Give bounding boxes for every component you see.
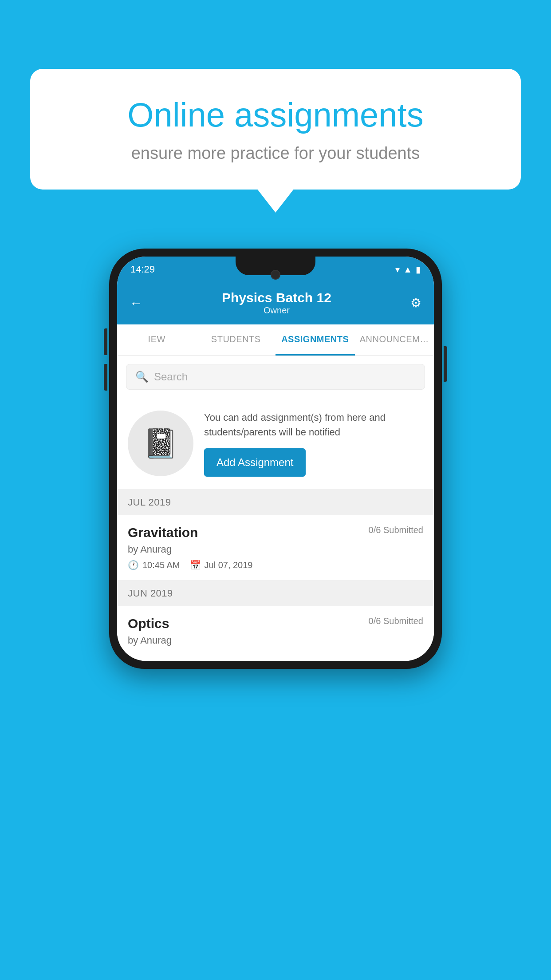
phone-screen: 14:29 ▾ ▲ ▮ ← Physics Batch 12 Owner ⚙ I… <box>117 257 434 661</box>
speech-bubble-title: Online assignments <box>61 95 490 134</box>
status-icons: ▾ ▲ ▮ <box>395 264 421 275</box>
assignment-item-gravitation[interactable]: Gravitation 0/6 Submitted by Anurag 🕐 10… <box>117 515 434 581</box>
assignment-time: 🕐 10:45 AM <box>128 560 180 570</box>
assignment-by: by Anurag <box>128 544 423 555</box>
section-header-jun: JUN 2019 <box>117 581 434 606</box>
notebook-icon: 📓 <box>143 427 178 460</box>
tabs-bar: IEW STUDENTS ASSIGNMENTS ANNOUNCEM… <box>117 324 434 356</box>
assignment-by-optics: by Anurag <box>128 635 423 646</box>
assignment-header-optics: Optics 0/6 Submitted <box>128 616 423 631</box>
search-bar[interactable]: 🔍 Search <box>126 364 425 390</box>
phone: 14:29 ▾ ▲ ▮ ← Physics Batch 12 Owner ⚙ I… <box>109 249 442 669</box>
speech-bubble: Online assignments ensure more practice … <box>30 69 521 190</box>
clock-icon: 🕐 <box>128 560 139 570</box>
assignment-time-value: 10:45 AM <box>142 560 180 570</box>
header-title-area: Physics Batch 12 Owner <box>143 290 410 316</box>
signal-icon: ▲ <box>403 265 412 275</box>
assignment-date: 📅 Jul 07, 2019 <box>190 560 253 570</box>
assignment-name: Gravitation <box>128 525 198 540</box>
assignment-name-optics: Optics <box>128 616 169 631</box>
phone-volume-up <box>104 328 107 355</box>
settings-button[interactable]: ⚙ <box>410 296 421 310</box>
tab-students[interactable]: STUDENTS <box>197 324 276 356</box>
add-assignment-button[interactable]: Add Assignment <box>204 448 306 477</box>
promo-card: 📓 You can add assignment(s) from here an… <box>117 398 434 490</box>
tab-overview[interactable]: IEW <box>117 324 197 356</box>
assignment-header: Gravitation 0/6 Submitted <box>128 525 423 540</box>
promo-text: You can add assignment(s) from here and … <box>204 410 423 439</box>
phone-notch <box>236 257 315 275</box>
search-container: 🔍 Search <box>117 356 434 398</box>
assignment-date-value: Jul 07, 2019 <box>205 560 253 570</box>
phone-outer: 14:29 ▾ ▲ ▮ ← Physics Batch 12 Owner ⚙ I… <box>109 249 442 669</box>
tab-assignments[interactable]: ASSIGNMENTS <box>276 324 355 356</box>
phone-volume-down <box>104 364 107 391</box>
header-title: Physics Batch 12 <box>143 290 410 305</box>
section-header-jul: JUL 2019 <box>117 490 434 515</box>
assignment-meta: 🕐 10:45 AM 📅 Jul 07, 2019 <box>128 560 423 570</box>
speech-bubble-subtitle: ensure more practice for your students <box>61 144 490 163</box>
tab-announcements[interactable]: ANNOUNCEM… <box>355 324 434 356</box>
app-header: ← Physics Batch 12 Owner ⚙ <box>117 282 434 324</box>
back-button[interactable]: ← <box>130 296 143 311</box>
phone-power-button <box>444 346 447 382</box>
promo-icon-circle: 📓 <box>128 411 193 476</box>
battery-icon: ▮ <box>416 264 421 275</box>
speech-bubble-container: Online assignments ensure more practice … <box>30 69 521 190</box>
promo-content: You can add assignment(s) from here and … <box>204 410 423 477</box>
search-icon: 🔍 <box>135 371 149 383</box>
search-placeholder: Search <box>154 371 188 383</box>
assignment-item-optics[interactable]: Optics 0/6 Submitted by Anurag <box>117 606 434 661</box>
header-subtitle: Owner <box>143 305 410 316</box>
assignment-submitted-optics: 0/6 Submitted <box>369 616 423 626</box>
phone-camera <box>271 270 280 280</box>
calendar-icon: 📅 <box>190 560 201 570</box>
assignment-submitted: 0/6 Submitted <box>369 525 423 535</box>
wifi-icon: ▾ <box>395 264 400 275</box>
status-time: 14:29 <box>130 264 155 275</box>
